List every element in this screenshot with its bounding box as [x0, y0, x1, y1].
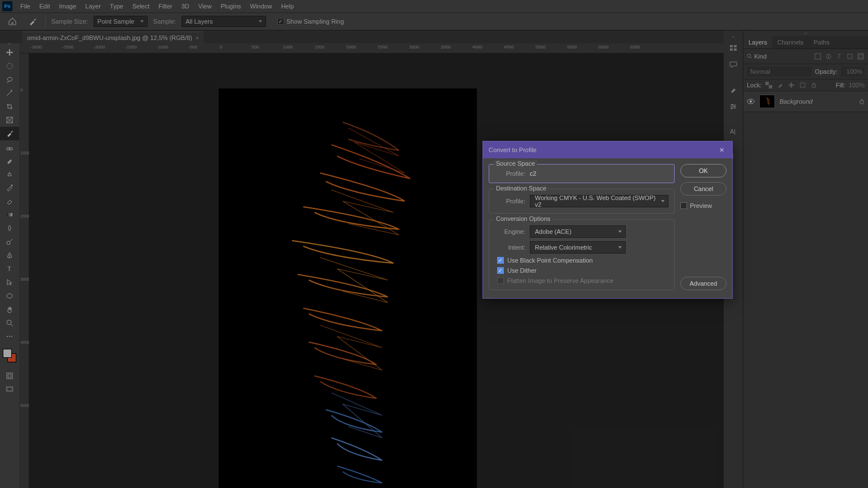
lock-artboard-icon[interactable]: [799, 82, 807, 88]
preview-label: Preview: [690, 202, 712, 209]
home-icon[interactable]: [5, 15, 20, 28]
menu-file[interactable]: File: [16, 0, 35, 12]
color-swatch[interactable]: [2, 348, 17, 363]
clone-stamp-tool-icon[interactable]: [0, 167, 19, 181]
layer-filter-kind[interactable]: Kind: [747, 53, 767, 60]
comments-panel-icon[interactable]: [724, 56, 743, 73]
eyedropper-tool-icon[interactable]: [26, 15, 39, 28]
color-panel-icon[interactable]: [724, 39, 743, 56]
zoom-tool-icon[interactable]: [0, 316, 19, 330]
dialog-title-text: Convert to Profile: [489, 147, 537, 153]
collapse-panels-icon[interactable]: ‹‹: [743, 31, 868, 36]
tab-paths[interactable]: Paths: [809, 36, 835, 48]
layer-thumbnail[interactable]: [759, 95, 775, 108]
preview-checkbox-row[interactable]: Preview: [680, 202, 727, 209]
filter-pixel-icon[interactable]: [814, 52, 822, 60]
eyedropper-tool-icon[interactable]: [0, 127, 19, 140]
filter-smart-icon[interactable]: [857, 52, 865, 60]
dodge-tool-icon[interactable]: [0, 235, 19, 249]
sample-size-select[interactable]: Point Sample: [94, 16, 148, 27]
menu-help[interactable]: Help: [277, 0, 299, 12]
ok-button[interactable]: OK: [680, 164, 727, 178]
fill-field[interactable]: 100%: [849, 82, 865, 88]
lock-icon[interactable]: [859, 98, 865, 105]
flatten-checkbox-row: Flatten Image to Preserve Appearance: [495, 277, 668, 284]
ruler-tick: -500: [188, 45, 197, 50]
shape-tool-icon[interactable]: [0, 289, 19, 303]
sample-size-value: Point Sample: [98, 18, 134, 25]
frame-tool-icon[interactable]: [0, 113, 19, 127]
menu-plugins[interactable]: Plugins: [216, 0, 245, 12]
intent-select[interactable]: Relative Colorimetric: [530, 241, 626, 254]
menu-select[interactable]: Select: [128, 0, 154, 12]
quick-mask-icon[interactable]: [0, 369, 19, 383]
engine-select[interactable]: Adobe (ACE): [530, 225, 626, 238]
filter-shape-icon[interactable]: [846, 52, 854, 60]
show-sampling-ring-checkbox[interactable]: [277, 18, 284, 25]
tab-channels[interactable]: Channels: [772, 36, 808, 48]
character-panel-icon[interactable]: A|: [724, 123, 743, 140]
lock-transparency-icon[interactable]: [765, 82, 773, 88]
sample-select[interactable]: All Layers: [181, 16, 266, 27]
destination-profile-select[interactable]: Working CMYK - U.S. Web Coated (SWOP) v2: [530, 195, 668, 207]
ruler-horizontal[interactable]: -3000 -2500 -2000 -1500 -1000 -500 0 500…: [19, 43, 724, 54]
filter-adjust-icon[interactable]: [825, 52, 832, 60]
history-brush-tool-icon[interactable]: [0, 181, 19, 194]
black-point-checkbox[interactable]: [497, 257, 504, 264]
hand-tool-icon[interactable]: [0, 303, 19, 316]
lock-position-icon[interactable]: [787, 82, 795, 88]
convert-profile-dialog: Convert to Profile ✕ Source Space Profil…: [482, 141, 733, 299]
ruler-vertical[interactable]: 0 1000 2000 3000 4000 5000: [19, 54, 29, 488]
filter-type-icon[interactable]: T: [835, 52, 843, 60]
visibility-icon[interactable]: [747, 99, 755, 104]
document-tab[interactable]: omid-armin-ZxCoF_d9BWU-unsplash.jpg @ 12…: [23, 32, 203, 43]
lock-paint-icon[interactable]: [776, 82, 784, 88]
menu-edit[interactable]: Edit: [35, 0, 55, 12]
more-tools-icon[interactable]: [0, 330, 19, 343]
menu-view[interactable]: View: [194, 0, 216, 12]
layer-name[interactable]: Background: [780, 98, 813, 105]
dither-checkbox[interactable]: [497, 267, 504, 274]
destination-space-group: Destination Space Profile: Working CMYK …: [489, 189, 675, 214]
move-tool-icon[interactable]: [0, 46, 19, 59]
dither-checkbox-row[interactable]: Use Dither: [495, 267, 668, 274]
black-point-checkbox-row[interactable]: Use Black Point Compensation: [495, 257, 668, 264]
collapse-strip-icon[interactable]: ‹‹: [724, 34, 743, 39]
opacity-field[interactable]: 100%: [841, 66, 865, 77]
menu-type[interactable]: Type: [105, 0, 128, 12]
collapse-tools-icon[interactable]: ››: [0, 41, 19, 45]
menu-3d[interactable]: 3D: [177, 0, 194, 12]
type-tool-icon[interactable]: T: [0, 262, 19, 276]
menu-window[interactable]: Window: [246, 0, 277, 12]
lock-all-icon[interactable]: [810, 82, 818, 88]
healing-brush-tool-icon[interactable]: [0, 140, 19, 154]
menu-image[interactable]: Image: [55, 0, 81, 12]
blur-tool-icon[interactable]: [0, 221, 19, 235]
eraser-tool-icon[interactable]: [0, 194, 19, 208]
menu-layer[interactable]: Layer: [81, 0, 105, 12]
brushes-panel-icon[interactable]: [724, 81, 743, 98]
menu-filter[interactable]: Filter: [154, 0, 176, 12]
path-select-tool-icon[interactable]: [0, 276, 19, 289]
opacity-value: 100%: [847, 68, 862, 75]
close-icon[interactable]: ✕: [716, 145, 727, 155]
pen-tool-icon[interactable]: [0, 249, 19, 262]
screen-mode-icon[interactable]: [0, 383, 19, 396]
marquee-tool-icon[interactable]: [0, 59, 19, 73]
lasso-tool-icon[interactable]: [0, 73, 19, 86]
gradient-tool-icon[interactable]: [0, 208, 19, 221]
close-tab-icon[interactable]: ×: [196, 35, 199, 41]
tab-layers[interactable]: Layers: [743, 36, 772, 48]
blend-mode-select[interactable]: Normal: [747, 66, 812, 77]
ruler-tick: 5500: [567, 45, 577, 50]
adjustments-panel-icon[interactable]: [724, 98, 743, 115]
dialog-titlebar[interactable]: Convert to Profile ✕: [483, 141, 732, 158]
crop-tool-icon[interactable]: [0, 100, 19, 113]
advanced-button[interactable]: Advanced: [680, 277, 727, 290]
foreground-color-icon[interactable]: [3, 349, 12, 358]
cancel-button[interactable]: Cancel: [680, 182, 727, 196]
preview-checkbox[interactable]: [680, 202, 687, 209]
brush-tool-icon[interactable]: [0, 154, 19, 167]
magic-wand-tool-icon[interactable]: [0, 86, 19, 100]
layer-row[interactable]: Background: [743, 91, 868, 112]
